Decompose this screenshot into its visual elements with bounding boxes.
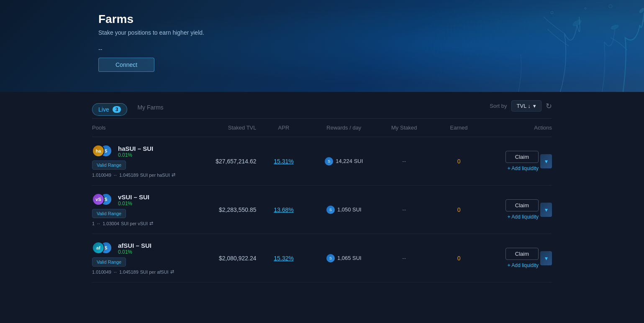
actions-afsui: Claim + Add liquidity ▾ — [486, 248, 552, 268]
reward-icon-hasui: S — [325, 157, 333, 165]
range-to-vsui: 1.03004 — [103, 221, 119, 226]
sort-label: Sort by — [490, 103, 507, 109]
valid-range-label-hasui: Valid Range — [92, 160, 126, 170]
swap-icon-afsui: ⇄ — [170, 269, 174, 275]
actions-vsui: Claim + Add liquidity ▾ — [486, 199, 552, 220]
range-arrow-vsui: ↔ — [96, 221, 101, 226]
pool-name-hasui: haSUI – SUI — [118, 145, 153, 152]
table-row: ha S haSUI – SUI 0.01% Valid Range 1.010… — [92, 137, 552, 186]
farm-pool-vsui: vS S vSUI – SUI 0.01% Valid Range 1 ↔ 1.… — [92, 193, 202, 226]
sort-bar: Sort by TVL ↓ ▾ ↻ — [490, 100, 552, 118]
hero-subtitle: Stake your positions to earn higher yiel… — [98, 29, 204, 36]
valid-range-badge-vsui: Valid Range — [92, 209, 202, 218]
token-icon-vsui: vS — [92, 193, 105, 206]
add-liquidity-link-hasui[interactable]: + Add liquidity — [508, 165, 539, 171]
apr-afsui[interactable]: 15.32% — [257, 255, 311, 262]
chevron-down-icon-hasui: ▾ — [545, 158, 548, 165]
tab-bar: Live 3 My Farms Sort by TVL ↓ ▾ ↻ — [92, 92, 552, 119]
range-unit-hasui: SUI per haSUI — [140, 173, 170, 178]
staked-tvl-hasui: $27,657,214.62 — [202, 158, 257, 165]
sort-value: TVL ↓ — [517, 103, 531, 109]
farm-pool-hasui: ha S haSUI – SUI 0.01% Valid Range 1.010… — [92, 145, 202, 178]
actions-col-afsui: Claim + Add liquidity — [505, 248, 539, 268]
refresh-button[interactable]: ↻ — [546, 102, 552, 111]
dropdown-button-afsui[interactable]: ▾ — [540, 251, 552, 265]
pool-name-vsui: vSUI – SUI — [118, 193, 149, 201]
hero-decoration — [258, 0, 644, 92]
range-values-vsui: 1 ↔ 1.03004 SUI per vSUI ⇄ — [92, 221, 202, 226]
pool-fee-hasui: 0.01% — [118, 152, 153, 158]
pool-name-row-afsui: af S afSUI – SUI 0.01% — [92, 242, 202, 255]
dropdown-button-hasui[interactable]: ▾ — [540, 154, 552, 168]
my-staked-afsui: -- — [377, 255, 431, 262]
page-title: Farms — [98, 13, 204, 26]
claim-button-afsui[interactable]: Claim — [505, 248, 539, 260]
token-icon-afsui: af — [92, 242, 105, 254]
my-staked-hasui: -- — [377, 158, 431, 165]
rewards-afsui: S 1,065 SUI — [311, 254, 377, 262]
dropdown-button-vsui[interactable]: ▾ — [540, 203, 552, 217]
actions-hasui: Claim + Add liquidity ▾ — [486, 151, 552, 171]
tab-my-farms[interactable]: My Farms — [137, 102, 163, 117]
token-icons-hasui: ha S — [92, 145, 114, 158]
range-from-hasui: 1.010049 — [92, 173, 111, 178]
range-values-afsui: 1.010049 ↔ 1.045189 SUI per afSUI ⇄ — [92, 269, 202, 275]
token-icons-vsui: vS S — [92, 193, 114, 206]
col-actions: Actions — [486, 125, 552, 131]
pool-name-row-vsui: vS S vSUI – SUI 0.01% — [92, 193, 202, 206]
svg-point-3 — [551, 11, 553, 14]
range-arrow-hasui: ↔ — [113, 173, 118, 178]
range-to-afsui: 1.045189 — [119, 270, 139, 275]
chevron-down-icon-vsui: ▾ — [545, 206, 548, 213]
svg-point-2 — [639, 7, 644, 14]
reward-icon-vsui: S — [326, 206, 335, 214]
tab-live-label: Live — [98, 106, 109, 113]
token-icons-afsui: af S — [92, 242, 114, 255]
pool-fee-vsui: 0.01% — [118, 201, 149, 206]
sort-select[interactable]: TVL ↓ ▾ — [511, 100, 541, 112]
add-liquidity-link-vsui[interactable]: + Add liquidity — [508, 214, 539, 220]
pool-name-row: ha S haSUI – SUI 0.01% — [92, 145, 202, 158]
column-headers: Pools Staked TVL APR Rewards / day My St… — [92, 119, 552, 137]
swap-icon-hasui: ⇄ — [172, 172, 175, 178]
staked-tvl-vsui: $2,283,550.85 — [202, 206, 257, 213]
range-unit-afsui: SUI per afSUI — [140, 270, 169, 275]
main-content: Live 3 My Farms Sort by TVL ↓ ▾ ↻ Pools … — [0, 92, 644, 323]
col-staked-tvl: Staked TVL — [202, 125, 257, 131]
tab-live[interactable]: Live 3 — [92, 103, 127, 116]
add-liquidity-link-afsui[interactable]: + Add liquidity — [508, 262, 539, 268]
tab-live-badge: 3 — [113, 106, 121, 113]
pool-name-afsui: afSUI – SUI — [118, 242, 151, 249]
range-arrow-afsui: ↔ — [113, 270, 118, 275]
farm-pool-afsui: af S afSUI – SUI 0.01% Valid Range 1.010… — [92, 242, 202, 275]
valid-range-badge-afsui: Valid Range — [92, 257, 202, 267]
valid-range-label-vsui: Valid Range — [92, 209, 126, 218]
connect-button[interactable]: Connect — [98, 58, 154, 72]
plant-illustration — [351, 0, 644, 92]
staked-tvl-afsui: $2,080,922.24 — [202, 255, 257, 262]
range-from-vsui: 1 — [92, 221, 95, 226]
earned-afsui: 0 — [431, 255, 486, 262]
apr-vsui[interactable]: 13.68% — [257, 206, 311, 213]
svg-point-4 — [585, 8, 586, 9]
hero-content: Farms Stake your positions to earn highe… — [98, 13, 204, 72]
rewards-hasui: S 14,224 SUI — [311, 157, 377, 165]
valid-range-badge-hasui: Valid Range — [92, 160, 202, 170]
hero-dash: -- — [98, 46, 204, 53]
col-apr: APR — [257, 125, 311, 131]
my-staked-vsui: -- — [377, 206, 431, 213]
pool-info-vsui: vSUI – SUI 0.01% — [118, 193, 149, 206]
rewards-value-hasui: 14,224 SUI — [336, 158, 363, 164]
claim-button-vsui[interactable]: Claim — [505, 199, 539, 211]
col-earned: Earned — [431, 125, 486, 131]
col-pools: Pools — [92, 125, 202, 131]
reward-icon-afsui: S — [326, 254, 335, 262]
range-values-hasui: 1.010049 ↔ 1.045189 SUI per haSUI ⇄ — [92, 172, 202, 178]
claim-button-hasui[interactable]: Claim — [505, 151, 539, 163]
valid-range-label-afsui: Valid Range — [92, 257, 126, 267]
apr-hasui[interactable]: 15.31% — [257, 158, 311, 165]
range-unit-vsui: SUI per vSUI — [121, 221, 148, 226]
pool-info: haSUI – SUI 0.01% — [118, 145, 153, 158]
earned-hasui: 0 — [431, 158, 486, 165]
range-from-afsui: 1.010049 — [92, 270, 111, 275]
